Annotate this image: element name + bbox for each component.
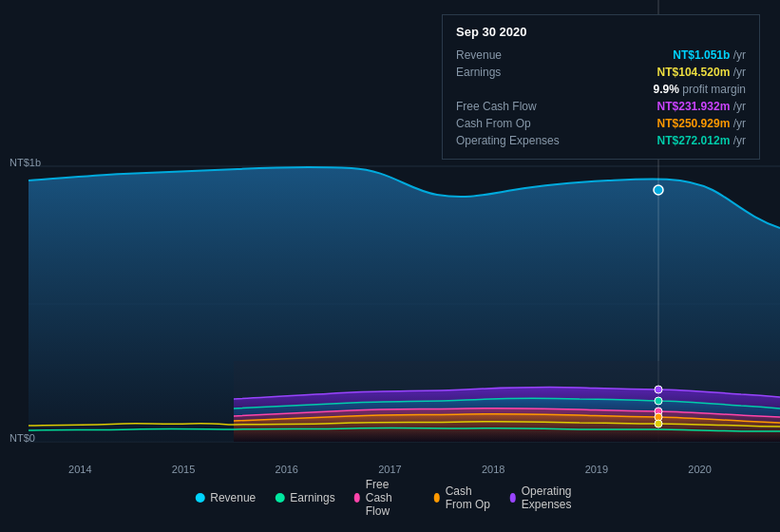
x-label-2020: 2020 [688,464,711,475]
legend-fcf[interactable]: Free Cash Flow [354,478,415,518]
legend-cashop[interactable]: Cash From Op [434,484,491,511]
legend-label-fcf: Free Cash Flow [366,478,415,518]
tooltip-revenue-row: Revenue NT$1.051b /yr [456,47,746,64]
tooltip-earnings-row: Earnings NT$104.520m /yr [456,64,746,81]
legend-earnings[interactable]: Earnings [275,491,334,504]
legend-opex[interactable]: Operating Expenses [510,484,585,511]
x-label-2018: 2018 [482,464,504,475]
legend-dot-revenue [195,493,204,503]
tooltip-cashop-value: NT$250.929m /yr [657,117,746,130]
svg-point-6 [654,185,663,195]
svg-point-8 [655,397,662,405]
tooltip-date: Sep 30 2020 [456,25,746,39]
x-label-2019: 2019 [585,464,608,475]
x-label-2015: 2015 [172,464,195,475]
legend-label-earnings: Earnings [290,491,334,504]
legend-dot-cashop [434,493,440,503]
x-axis-labels: 2014 2015 2016 2017 2018 2019 2020 [0,464,780,475]
x-label-2014: 2014 [68,464,91,475]
legend-dot-earnings [275,493,284,503]
legend-dot-opex [510,493,516,503]
tooltip-fcf-row: Free Cash Flow NT$231.932m /yr [456,98,746,115]
tooltip-earnings-label: Earnings [456,66,501,79]
tooltip-fcf-label: Free Cash Flow [456,100,537,113]
y-label-bottom: NT$0 [10,432,35,444]
tooltip-opex-row: Operating Expenses NT$272.012m /yr [456,132,746,149]
legend-dot-fcf [354,493,360,503]
tooltip-margin-value: 9.9% profit margin [654,83,746,96]
svg-point-11 [655,420,662,428]
legend-revenue[interactable]: Revenue [195,491,256,504]
y-label-top: NT$1b [10,157,41,168]
x-label-2017: 2017 [378,464,401,475]
tooltip-earnings-value: NT$104.520m /yr [657,66,746,79]
tooltip-margin-row: 9.9% profit margin [456,81,746,98]
tooltip-fcf-value: NT$231.932m /yr [657,100,746,113]
tooltip-opex-value: NT$272.012m /yr [657,134,746,147]
data-tooltip: Sep 30 2020 Revenue NT$1.051b /yr Earnin… [442,14,760,160]
chart-legend: Revenue Earnings Free Cash Flow Cash Fro… [195,478,585,518]
legend-label-opex: Operating Expenses [522,484,585,511]
tooltip-cashop-row: Cash From Op NT$250.929m /yr [456,115,746,132]
legend-label-cashop: Cash From Op [446,484,491,511]
x-label-2016: 2016 [276,464,298,475]
tooltip-opex-label: Operating Expenses [456,134,560,147]
tooltip-revenue-value: NT$1.051b /yr [673,48,746,62]
tooltip-cashop-label: Cash From Op [456,117,531,130]
svg-point-7 [655,386,662,393]
legend-label-revenue: Revenue [210,491,256,504]
tooltip-revenue-label: Revenue [456,48,502,62]
chart-container: NT$1b NT$0 2014 2015 2016 2017 2018 2019… [0,0,780,532]
